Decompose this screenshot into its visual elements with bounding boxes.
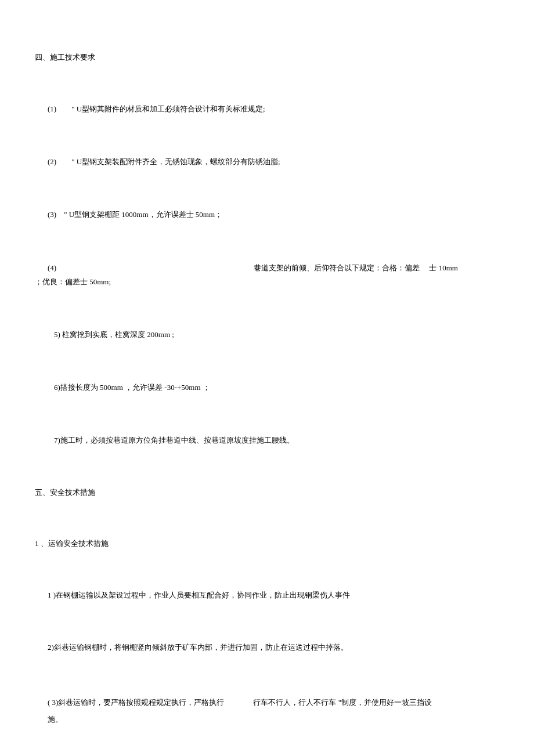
sub-item-3-part2: 行车不行人，行人不行车 "制度，并使用好一坡三挡设: [253, 698, 432, 707]
section-5-heading: 五、安全技术措施: [35, 487, 499, 498]
sub-item-2: 2)斜巷运输钢棚时，将钢棚竖向倾斜放于矿车内部，并进行加固，防止在运送过程中掉落…: [48, 642, 499, 654]
section-4-heading: 四、施工技术要求: [35, 52, 499, 63]
item-2: (2) " U型钢支架装配附件齐全，无锈蚀现象，螺纹部分有防锈油脂;: [48, 156, 499, 168]
document-page: 四、施工技术要求 (1) " U型钢其附件的材质和加工必须符合设计和有关标准规定…: [0, 0, 534, 756]
item-4-prefix: (4): [48, 263, 56, 272]
item-7: 7)施工时，必须按巷道原方位角挂巷道中线、按巷道原坡度挂施工腰线。: [54, 435, 499, 447]
item-4: (4)巷道支架的前倾、后仰符合以下规定：合格：偏差 士 10mm ；优良：偏差士…: [35, 261, 499, 288]
item-4-continuation: ；优良：偏差士 50mm;: [35, 277, 111, 286]
sub-item-1: 1 )在钢棚运输以及架设过程中，作业人员要相互配合好，协同作业，防止出现钢梁伤人…: [48, 589, 499, 602]
subsection-1-heading: 1 、运输安全技术措施: [35, 538, 499, 549]
item-1: (1) " U型钢其附件的材质和加工必须符合设计和有关标准规定;: [48, 103, 499, 115]
sub-item-3-continuation: 施。: [48, 715, 63, 724]
item-5: 5) 柱窝挖到实底，柱窝深度 200mm ;: [54, 329, 499, 341]
sub-item-3: ( 3)斜巷运输时，要严格按照规程规定执行，严格执行行车不行人，行人不行车 "制…: [48, 694, 499, 728]
item-3: (3) " U型钢支架棚距 1000mm，允许误差士 50mm；: [48, 209, 499, 221]
item-6: 6)搭接长度为 500mm ，允许误差 -30-+50mm ；: [54, 382, 499, 394]
item-4-main: 巷道支架的前倾、后仰符合以下规定：合格：偏差 士 10mm: [254, 263, 458, 272]
sub-item-3-part1: ( 3)斜巷运输时，要严格按照规程规定执行，严格执行: [48, 698, 224, 707]
